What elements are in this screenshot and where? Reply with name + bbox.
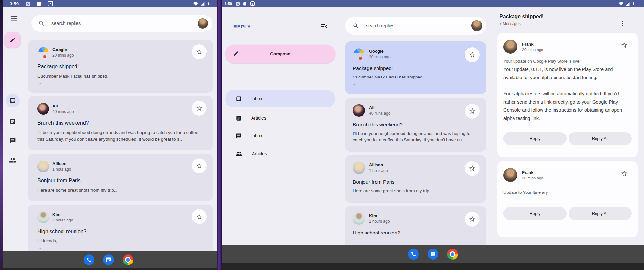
avatar-allison <box>353 162 365 174</box>
favorite-button[interactable] <box>621 170 628 178</box>
email-card-allison[interactable]: Allison 1 hour ago Bonjour from Paris He… <box>28 154 213 201</box>
signal-icon <box>625 2 630 6</box>
phone-screen: 3:59 A S search replies <box>0 0 217 270</box>
email-body: Here are some great shots from my trip..… <box>37 187 204 193</box>
app-title: REPLY <box>233 24 251 29</box>
reply-button[interactable]: Reply <box>503 132 567 145</box>
email-card-ali[interactable]: Ali 40 mins ago Brunch this weekend? I'l… <box>345 98 486 152</box>
star-icon <box>196 48 203 55</box>
messages-app-icon[interactable] <box>103 254 114 265</box>
avatar-google <box>353 48 365 60</box>
email-time: 40 mins ago <box>369 111 390 116</box>
compose-fab[interactable] <box>5 32 20 48</box>
drawer-toggle-button[interactable] <box>320 22 328 30</box>
email-sender: Ali <box>52 104 74 108</box>
search-placeholder: search replies <box>366 23 394 28</box>
more-options-button[interactable] <box>618 20 626 28</box>
message-sender: Frank <box>522 170 543 175</box>
compose-button[interactable]: Compose <box>225 45 335 63</box>
people-icon <box>9 157 16 164</box>
menu-button[interactable] <box>10 16 18 21</box>
drawer-item-inbox[interactable]: Inbox <box>225 90 335 107</box>
reply-all-button[interactable]: Reply All <box>569 132 632 145</box>
email-subject: Package shipped! <box>353 65 480 71</box>
drawer-item-messages[interactable]: Inbox <box>225 128 335 143</box>
favorite-button[interactable] <box>465 212 480 227</box>
search-placeholder: search replies <box>51 21 81 26</box>
kebab-icon <box>619 20 626 27</box>
people-icon <box>236 150 242 157</box>
email-subject: Brunch this weekend? <box>353 122 480 128</box>
status-clock: 3:59 <box>10 1 19 6</box>
star-icon <box>196 162 203 169</box>
compose-label: Compose <box>270 51 290 56</box>
chrome-app-icon[interactable] <box>123 254 133 265</box>
email-list: Google 20 mins ago Package shipped! Cucu… <box>28 40 213 270</box>
profile-avatar[interactable] <box>198 18 208 29</box>
profile-avatar[interactable] <box>471 20 482 31</box>
favorite-button[interactable] <box>621 41 628 50</box>
search-bar[interactable]: search replies <box>31 15 212 32</box>
phone-app-icon[interactable] <box>408 249 419 260</box>
pencil-icon <box>9 37 16 43</box>
status-right-icons <box>619 1 635 6</box>
battery-icon <box>207 1 210 6</box>
reply-all-button[interactable]: Reply All <box>569 207 632 220</box>
drawer-item-groups[interactable]: Articles <box>225 146 335 161</box>
avatar-kim <box>37 211 49 223</box>
email-body: Cucumber Mask Facial has shipped. <box>353 74 477 80</box>
chat-icon <box>236 133 242 139</box>
email-subject: Bonjour from Paris <box>353 179 480 185</box>
reply-button[interactable]: Reply <box>503 207 567 220</box>
search-icon <box>38 20 45 27</box>
pencil-icon <box>233 51 239 57</box>
favorite-button[interactable] <box>192 101 207 116</box>
email-card-allison[interactable]: Allison 1 hour ago Bonjour from Paris He… <box>345 155 486 203</box>
email-card-google-selected[interactable]: Google 20 mins ago Package shipped! Cucu… <box>345 41 486 94</box>
email-body: I'll be in your neighborhood doing erran… <box>353 130 477 143</box>
drawer-item-label: Inbox <box>251 96 262 101</box>
rail-item-messages[interactable] <box>6 134 20 148</box>
avatar-kim <box>353 212 365 225</box>
rail-item-groups[interactable] <box>6 153 20 167</box>
drawer-item-label: Inbox <box>251 133 262 138</box>
email-list: Google 20 mins ago Package shipped! Cucu… <box>345 41 486 270</box>
status-sync-icon: S <box>250 1 255 6</box>
email-body: I'll be in your neighborhood doing erran… <box>37 129 204 143</box>
rail-item-articles[interactable] <box>6 115 20 128</box>
favorite-button[interactable] <box>465 104 480 119</box>
message-card: Frank 20 mins ago Update to Your Itinera… <box>497 161 638 237</box>
chrome-app-icon[interactable] <box>447 249 458 260</box>
email-card-google[interactable]: Google 20 mins ago Package shipped! Cucu… <box>28 40 213 93</box>
phone-app-icon[interactable] <box>84 254 94 265</box>
messages-app-icon[interactable] <box>428 249 438 260</box>
favorite-button[interactable] <box>192 158 207 173</box>
email-sender: Allison <box>369 163 388 167</box>
email-time: 20 mins ago <box>369 55 390 59</box>
email-sender: Ali <box>369 105 390 110</box>
email-time: 40 mins ago <box>52 109 74 114</box>
menu-open-icon <box>320 22 328 30</box>
favorite-button[interactable] <box>192 44 207 59</box>
avatar-ali <box>37 103 49 115</box>
chat-icon <box>9 137 16 144</box>
favorite-button[interactable] <box>192 209 207 224</box>
email-ellipsis: ... <box>37 80 205 85</box>
rail-item-inbox[interactable] <box>6 94 20 107</box>
favorite-button[interactable] <box>465 47 480 62</box>
star-icon <box>469 107 476 115</box>
email-time: 2 hours ago <box>52 218 73 222</box>
article-icon <box>236 115 242 121</box>
status-a-icon: A <box>26 2 30 6</box>
signal-icon <box>200 1 205 6</box>
avatar-frank <box>503 40 517 54</box>
star-icon <box>196 213 203 220</box>
inbox-icon <box>9 97 16 104</box>
search-bar[interactable]: search replies <box>345 17 486 35</box>
thread-message-count: 7 Messages <box>500 21 638 26</box>
hamburger-icon <box>10 16 18 21</box>
drawer-item-articles[interactable]: Articles <box>225 110 335 125</box>
email-card-ali[interactable]: Ali 40 mins ago Brunch this weekend? I'l… <box>28 96 213 150</box>
favorite-button[interactable] <box>465 161 480 176</box>
status-clock: 3:59 <box>225 2 232 6</box>
